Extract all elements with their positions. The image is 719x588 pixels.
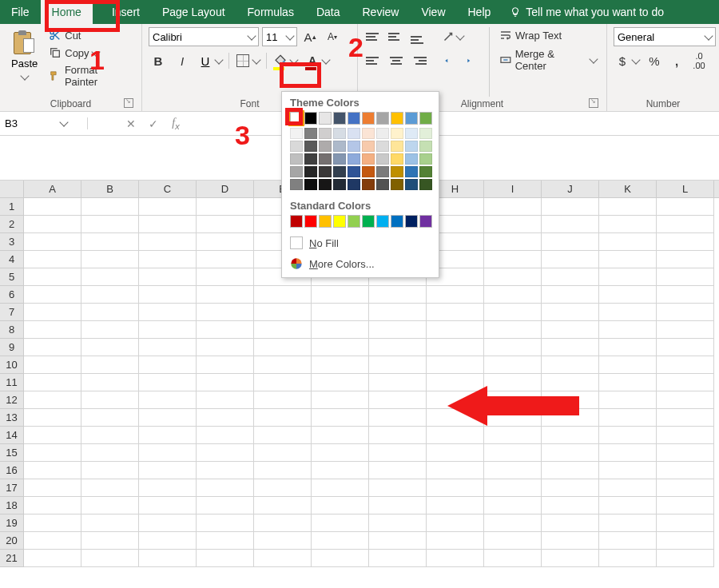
number-format-combo[interactable]: General — [614, 27, 716, 46]
cell[interactable] — [599, 444, 657, 462]
cell[interactable] — [24, 216, 81, 233]
color-swatch[interactable] — [362, 166, 375, 177]
cell[interactable] — [197, 251, 254, 268]
cell[interactable] — [542, 233, 599, 251]
color-swatch[interactable] — [348, 112, 360, 125]
color-swatch[interactable] — [419, 128, 432, 139]
cell[interactable] — [254, 286, 312, 304]
align-right-button[interactable] — [409, 51, 428, 70]
cell[interactable] — [369, 427, 427, 444]
cell[interactable] — [369, 321, 427, 339]
color-swatch[interactable] — [405, 179, 418, 190]
color-swatch[interactable] — [304, 128, 317, 139]
cut-button[interactable]: Cut — [46, 27, 135, 43]
cell[interactable] — [427, 356, 484, 374]
color-swatch[interactable] — [391, 153, 403, 165]
cell[interactable] — [657, 216, 714, 233]
color-swatch[interactable] — [304, 112, 317, 125]
cell[interactable] — [254, 304, 312, 321]
color-swatch[interactable] — [391, 179, 403, 190]
cell[interactable] — [542, 374, 599, 391]
cell[interactable] — [81, 391, 139, 409]
cell[interactable] — [139, 356, 197, 374]
color-swatch[interactable] — [319, 166, 332, 177]
cell[interactable] — [427, 286, 484, 304]
cell[interactable] — [139, 374, 197, 391]
cell[interactable] — [254, 339, 312, 356]
cell[interactable] — [81, 304, 139, 321]
cell[interactable] — [657, 304, 714, 321]
cell[interactable] — [24, 532, 81, 550]
cell[interactable] — [542, 462, 599, 479]
row-header[interactable]: 14 — [0, 427, 24, 444]
cell[interactable] — [657, 532, 714, 550]
cell[interactable] — [197, 462, 254, 479]
cell[interactable] — [599, 550, 657, 567]
cell[interactable] — [484, 268, 542, 286]
cell[interactable] — [139, 198, 197, 216]
cell[interactable] — [24, 514, 81, 532]
cell[interactable] — [197, 550, 254, 567]
more-colors-item[interactable]: More Colors... — [282, 253, 439, 274]
cell[interactable] — [197, 233, 254, 251]
cell[interactable] — [484, 532, 542, 550]
italic-button[interactable]: I — [173, 51, 192, 70]
row-header[interactable]: 21 — [0, 550, 24, 567]
row-header[interactable]: 19 — [0, 514, 24, 532]
cell[interactable] — [24, 462, 81, 479]
row-header[interactable]: 13 — [0, 409, 24, 427]
color-swatch[interactable] — [405, 141, 418, 152]
align-bottom-button[interactable] — [409, 27, 428, 46]
cell[interactable] — [657, 251, 714, 268]
column-header[interactable]: I — [484, 181, 542, 197]
color-swatch[interactable] — [405, 166, 418, 177]
cell[interactable] — [599, 321, 657, 339]
cell[interactable] — [254, 374, 312, 391]
cell[interactable] — [657, 321, 714, 339]
decrease-indent-button[interactable] — [441, 51, 460, 70]
cell[interactable] — [139, 550, 197, 567]
cell[interactable] — [24, 374, 81, 391]
cell[interactable] — [312, 286, 369, 304]
color-swatch[interactable] — [304, 215, 317, 228]
color-swatch[interactable] — [362, 112, 375, 125]
row-header[interactable]: 5 — [0, 268, 24, 286]
cell[interactable] — [427, 444, 484, 462]
cell[interactable] — [197, 427, 254, 444]
column-header[interactable]: C — [139, 181, 197, 197]
cell[interactable] — [427, 374, 484, 391]
color-swatch[interactable] — [348, 153, 360, 165]
color-swatch[interactable] — [290, 179, 303, 190]
row-header[interactable]: 10 — [0, 356, 24, 374]
color-swatch[interactable] — [391, 166, 403, 177]
tab-home[interactable]: Home — [41, 0, 93, 24]
cell[interactable] — [254, 550, 312, 567]
cell[interactable] — [484, 444, 542, 462]
cell[interactable] — [24, 268, 81, 286]
cell[interactable] — [81, 339, 139, 356]
color-swatch[interactable] — [319, 112, 332, 125]
cell[interactable] — [657, 497, 714, 514]
cell[interactable] — [484, 462, 542, 479]
tab-page-layout[interactable]: Page Layout — [151, 0, 236, 24]
color-swatch[interactable] — [362, 128, 375, 139]
cell[interactable] — [599, 427, 657, 444]
cell[interactable] — [24, 339, 81, 356]
color-swatch[interactable] — [333, 153, 346, 165]
cell[interactable] — [369, 497, 427, 514]
cell[interactable] — [197, 391, 254, 409]
align-center-button[interactable] — [387, 51, 406, 70]
cell[interactable] — [139, 391, 197, 409]
color-swatch[interactable] — [304, 141, 317, 152]
color-swatch[interactable] — [376, 112, 389, 125]
row-header[interactable]: 18 — [0, 497, 24, 514]
cell[interactable] — [542, 550, 599, 567]
cell[interactable] — [24, 444, 81, 462]
cell[interactable] — [312, 409, 369, 427]
cell[interactable] — [542, 286, 599, 304]
cell[interactable] — [312, 532, 369, 550]
increase-font-size-button[interactable]: A▴ — [300, 27, 320, 46]
wrap-text-button[interactable]: Wrap Text — [496, 27, 600, 43]
cell[interactable] — [197, 216, 254, 233]
cell[interactable] — [542, 321, 599, 339]
